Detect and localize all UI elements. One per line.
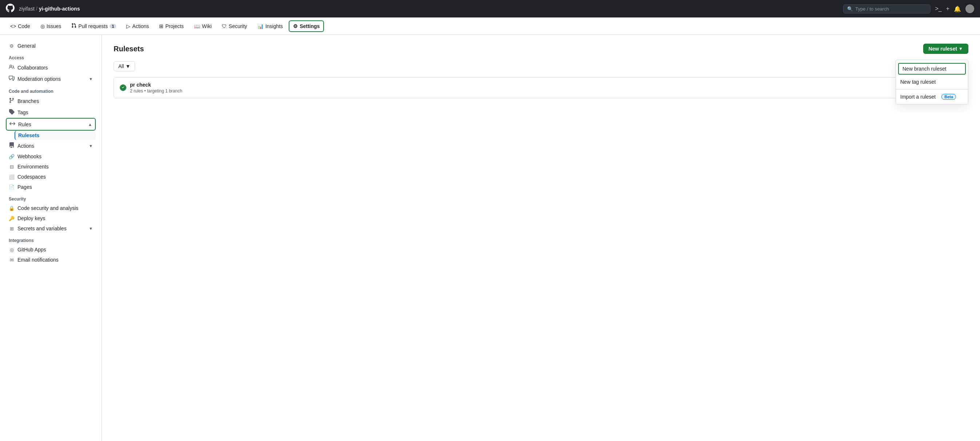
nav-label-pr: Pull requests [78, 23, 108, 29]
codespaces-icon: ⬜ [9, 174, 14, 180]
sidebar-label-code-security: Code security and analysis [18, 205, 78, 211]
plus-icon[interactable]: + [946, 5, 950, 12]
pr-badge: 1 [110, 24, 116, 29]
actions-sidebar-icon [9, 142, 14, 149]
repo-name[interactable]: yi-github-actions [39, 6, 80, 12]
nav-item-code[interactable]: <> Code [6, 21, 35, 32]
actions-chevron: ▼ [89, 144, 93, 148]
dropdown-item-new-branch-ruleset[interactable]: New branch ruleset [898, 63, 966, 75]
nav-item-security[interactable]: 🛡 Security [217, 21, 251, 32]
sidebar-label-secrets: Secrets and variables [18, 225, 67, 232]
nav-label-actions: Actions [132, 23, 149, 29]
nav-label-projects: Projects [165, 23, 184, 29]
deploy-keys-icon: 🔑 [9, 216, 14, 221]
sidebar-sub-rules: Rulesets [6, 131, 96, 140]
moderation-icon [9, 75, 14, 82]
sidebar-item-deploy-keys[interactable]: 🔑 Deploy keys [6, 213, 96, 224]
rules-chevron: ▲ [88, 122, 92, 127]
main-layout: ⚙ General Access Collaborators Moderatio… [0, 35, 980, 441]
sidebar-item-rules[interactable]: Rules ▲ [6, 118, 96, 131]
topbar: ziyifast / yi-github-actions 🔍 Type / to… [0, 0, 980, 17]
sidebar-item-email-notifications[interactable]: ✉ Email notifications [6, 255, 96, 265]
table-row[interactable]: pr check 2 rules • targeting 1 branch [114, 78, 968, 98]
sidebar-section-security: Security [6, 192, 96, 203]
sidebar-label-general: General [18, 43, 36, 49]
wiki-icon: 📖 [194, 23, 200, 29]
filter-all-button[interactable]: All ▼ [114, 61, 135, 71]
main-content: Rulesets New ruleset ▼ New branch rulese… [102, 35, 980, 441]
filter-chevron-icon: ▼ [126, 63, 131, 69]
notification-icon[interactable]: 🔔 [954, 5, 961, 13]
sidebar-item-branches[interactable]: Branches [6, 95, 96, 106]
secrets-chevron: ▼ [89, 226, 93, 231]
general-icon: ⚙ [9, 43, 14, 49]
ruleset-info: pr check 2 rules • targeting 1 branch [130, 82, 182, 94]
nav-label-code: Code [18, 23, 30, 29]
nav-label-security: Security [229, 23, 247, 29]
sidebar-item-webhooks[interactable]: 🔗 Webhooks [6, 151, 96, 162]
ruleset-name: pr check [130, 82, 182, 88]
nav-label-settings: Settings [300, 23, 320, 29]
moderation-chevron: ▼ [89, 77, 93, 81]
sidebar-label-environments: Environments [18, 164, 49, 170]
sidebar-label-webhooks: Webhooks [18, 154, 41, 159]
insights-icon: 📊 [258, 23, 264, 29]
nav-item-wiki[interactable]: 📖 Wiki [190, 21, 216, 32]
code-security-icon: 🔒 [9, 206, 14, 211]
dropdown-item-new-tag-ruleset[interactable]: New tag ruleset [896, 76, 968, 88]
nav-item-pull-requests[interactable]: Pull requests 1 [67, 20, 121, 32]
terminal-icon[interactable]: >_ [935, 5, 942, 12]
sidebar-item-code-security[interactable]: 🔒 Code security and analysis [6, 203, 96, 213]
sidebar-section-access: Access [6, 51, 96, 62]
sidebar-section-code-automation: Code and automation [6, 84, 96, 95]
topbar-icons: >_ + 🔔 [935, 4, 974, 13]
avatar[interactable] [966, 4, 974, 13]
nav-item-issues[interactable]: ◎ Issues [36, 21, 65, 32]
sidebar-item-collaborators[interactable]: Collaborators [6, 62, 96, 73]
sidebar-item-codespaces[interactable]: ⬜ Codespaces [6, 172, 96, 182]
sidebar-item-actions[interactable]: Actions ▼ [6, 140, 96, 151]
sidebar-item-pages[interactable]: 📄 Pages [6, 182, 96, 192]
dropdown-item-import-ruleset[interactable]: Import a ruleset Beta [896, 91, 968, 103]
sidebar-item-moderation[interactable]: Moderation options ▼ [6, 73, 96, 84]
sidebar-item-tags[interactable]: Tags [6, 106, 96, 118]
sidebar-section-integrations: Integrations [6, 233, 96, 244]
sidebar-label-deploy-keys: Deploy keys [18, 216, 45, 221]
sidebar-item-secrets[interactable]: ⊞ Secrets and variables ▼ [6, 224, 96, 233]
status-active-icon [120, 84, 126, 91]
sidebar-label-actions: Actions [18, 143, 34, 149]
username[interactable]: ziyifast [19, 6, 35, 12]
sidebar-item-rulesets[interactable]: Rulesets [14, 131, 96, 140]
sidebar-label-rulesets: Rulesets [18, 132, 39, 138]
nav-item-actions[interactable]: ▷ Actions [122, 21, 153, 32]
search-bar[interactable]: 🔍 Type / to search [843, 4, 931, 13]
secrets-icon: ⊞ [9, 226, 14, 232]
dropdown-label-import-ruleset: Import a ruleset [900, 94, 935, 100]
sidebar-label-codespaces: Codespaces [18, 174, 46, 180]
rulesets-header: Rulesets New ruleset ▼ [114, 44, 968, 54]
webhooks-icon: 🔗 [9, 154, 14, 159]
nav-item-insights[interactable]: 📊 Insights [253, 21, 287, 32]
nav-item-settings[interactable]: ⚙ Settings [289, 21, 324, 32]
sidebar-label-moderation: Moderation options [18, 76, 61, 82]
sidebar-item-general[interactable]: ⚙ General [6, 41, 96, 51]
nav-item-projects[interactable]: ⊞ Projects [155, 21, 188, 32]
sidebar-item-environments[interactable]: ⊟ Environments [6, 162, 96, 172]
environments-icon: ⊟ [9, 164, 14, 170]
breadcrumb: ziyifast / yi-github-actions [19, 6, 80, 12]
new-ruleset-dropdown-menu: New branch ruleset New tag ruleset Impor… [896, 60, 968, 105]
github-logo[interactable] [6, 4, 14, 14]
nav-label-wiki: Wiki [202, 23, 212, 29]
sidebar-label-tags: Tags [18, 109, 29, 115]
settings-icon: ⚙ [293, 23, 298, 29]
pr-icon [72, 23, 76, 29]
sidebar-label-pages: Pages [18, 184, 32, 190]
sidebar: ⚙ General Access Collaborators Moderatio… [0, 35, 102, 441]
code-icon: <> [10, 23, 16, 29]
projects-icon: ⊞ [159, 23, 164, 29]
sidebar-item-github-apps[interactable]: ◎ GitHub Apps [6, 244, 96, 255]
dropdown-divider [896, 89, 968, 89]
email-icon: ✉ [9, 257, 14, 263]
new-ruleset-button[interactable]: New ruleset ▼ [923, 44, 968, 54]
nav-label-insights: Insights [266, 23, 283, 29]
